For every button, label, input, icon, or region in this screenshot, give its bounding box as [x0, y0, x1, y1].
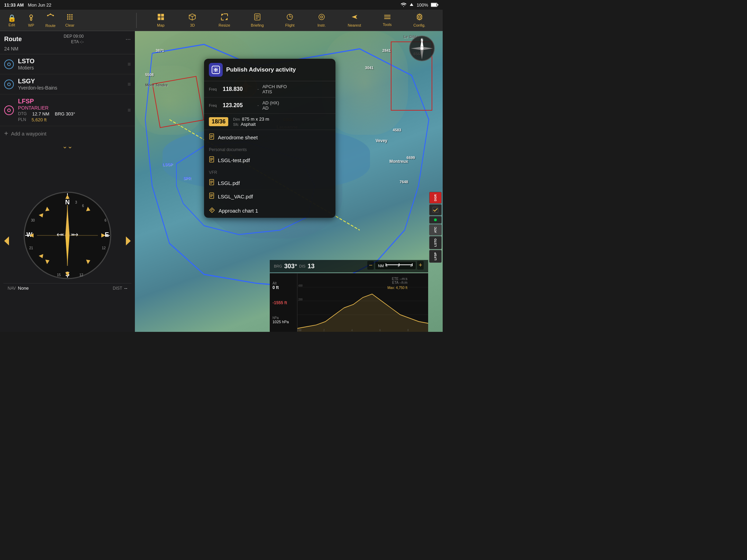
flight-button[interactable]: Flight — [281, 12, 299, 29]
wp-lsgy-name: Yverdon-les-Bains — [18, 85, 123, 91]
zoom-out-button[interactable]: − — [367, 261, 374, 270]
battery-icon — [431, 3, 439, 7]
freq2-name1: AD (HX) — [262, 100, 279, 105]
status-time: 11:33 AM — [4, 2, 24, 8]
wp-lsgy-drag[interactable]: ≡ — [128, 81, 131, 87]
brg-label: BRG — [274, 264, 282, 268]
toolbar-divider — [136, 13, 137, 28]
svg-point-36 — [418, 16, 421, 18]
svg-text:2000: 2000 — [298, 297, 303, 301]
svg-text:6: 6 — [380, 328, 381, 332]
expand-section: ⌄⌄ — [0, 141, 135, 151]
add-waypoint-button[interactable]: + Add a waypoint — [0, 126, 135, 141]
dgr-badge[interactable]: DGR — [429, 192, 442, 204]
instr-button[interactable]: Instr. — [313, 12, 331, 29]
wp-lfsp-pln-row: PLN 5,620 ft — [18, 117, 123, 122]
wp-button[interactable]: WP — [22, 12, 40, 29]
svg-text:12: 12 — [102, 246, 106, 250]
green-dot-badge[interactable] — [429, 216, 442, 224]
compass-right-arrow[interactable] — [125, 236, 132, 248]
wp-lfsp-pln: 5,620 ft — [31, 117, 46, 122]
pressure-value: 1025 hPa — [273, 320, 294, 324]
map-area[interactable]: 3871 5508 2841 3041 4583 6568 6699 7648 … — [135, 31, 443, 332]
vfr-docs-label: VFR — [204, 168, 335, 176]
lsgl-test-doc-icon — [209, 156, 214, 164]
clear-button[interactable]: Clear — [61, 12, 79, 29]
approach-chart-item[interactable]: Approach chart 1 — [204, 204, 335, 217]
instr-icon — [318, 13, 325, 22]
edit-button[interactable]: 🔒 Edit — [3, 12, 21, 28]
lsgl-test-pdf-name: LSGL-test.pdf — [218, 157, 250, 163]
waypoint-lsto[interactable]: LSTO Motiers ≡ — [0, 54, 135, 74]
map-button[interactable]: Map — [152, 12, 170, 29]
resize-button[interactable]: Resize — [215, 12, 234, 29]
config-label: Config. — [413, 23, 425, 27]
svg-text:12: 12 — [79, 273, 83, 277]
wp-lsto-name: Motiers — [18, 65, 123, 71]
waypoint-lsgy[interactable]: LSGY Yverdon-les-Bains ≡ — [0, 74, 135, 94]
freq1-names: APCH INFO ATIS — [262, 84, 287, 94]
route-distance: 24 NM — [4, 46, 18, 52]
elev-2841: 2841 — [382, 48, 391, 53]
wp-lsto-drag[interactable]: ≡ — [128, 61, 131, 67]
route-header: Route DEP 09:00 ETA -:- ··· 24 NM — [0, 31, 135, 54]
atc-badge[interactable]: ATC — [429, 224, 442, 235]
dgr-label: DGR — [434, 194, 437, 201]
lsto-badge[interactable]: LSTO — [429, 236, 442, 249]
briefing-label: Briefing — [251, 23, 264, 27]
tools-button[interactable]: Tools — [378, 12, 396, 28]
svg-text:4: 4 — [410, 264, 412, 267]
edit-icon: 🔒 — [8, 14, 16, 22]
flight-label: Flight — [285, 23, 295, 27]
3d-button[interactable]: 3D — [183, 12, 201, 29]
lsgl-test-pdf-item[interactable]: LSGL-test.pdf — [204, 153, 335, 167]
waypoint-lfsp[interactable]: LFSP PONTARLIER DTG 12.7 NM BRG 303° PLN… — [0, 94, 135, 126]
route-menu-button[interactable]: ··· — [126, 36, 131, 43]
config-button[interactable]: Config. — [410, 12, 429, 29]
zoom-in-button[interactable]: + — [417, 261, 424, 270]
svg-text:0: 0 — [386, 264, 388, 267]
scale-line: NM 0 2 4 — [375, 262, 416, 269]
svg-point-9 — [71, 14, 73, 16]
elev-5508: 5508 — [145, 73, 154, 77]
edit-label: Edit — [9, 23, 15, 27]
briefing-button[interactable]: Briefing — [247, 12, 267, 29]
svg-text:0 NM: 0 NM — [297, 328, 302, 332]
compass-area: N S W E 3 6 30 21 12 15 6 12 — [0, 151, 135, 332]
dis-value: 13 — [307, 263, 314, 270]
lfsp-badge[interactable]: LFSP — [429, 250, 442, 263]
nearest-button[interactable]: Nearest — [344, 12, 365, 29]
route-icon — [46, 13, 55, 23]
status-date: Mon Jun 22 — [28, 2, 52, 8]
route-label: Route — [45, 24, 55, 28]
svg-marker-37 — [4, 236, 9, 245]
popup-header-icon — [209, 63, 223, 77]
runway-sfc-value: Asphalt — [241, 122, 256, 127]
wp-lfsp-id: LFSP — [18, 98, 123, 105]
compass-left-arrow[interactable] — [3, 236, 10, 248]
wp-lfsp-drag[interactable]: ≡ — [128, 107, 131, 113]
dist-value: -- — [124, 286, 127, 291]
popup-personal-docs: Personal documents LSGL-test.pdf — [204, 144, 335, 167]
lsto-label: LSTO — [434, 239, 437, 247]
wp-lsto-icon — [4, 59, 14, 69]
info-popup: Publish Advisory activity Freq 118.830 -… — [204, 59, 335, 218]
atc-label: ATC — [434, 227, 437, 233]
briefing-icon — [254, 13, 261, 22]
aerodrome-sheet-item[interactable]: Aerodrome sheet — [204, 131, 335, 144]
svg-text:2: 2 — [324, 328, 325, 332]
freq2-name2: AD — [262, 105, 279, 111]
svg-rect-17 — [161, 14, 164, 17]
ete-label: ETE --m:s — [387, 277, 407, 281]
svg-point-31 — [319, 14, 324, 20]
route-button[interactable]: Route — [42, 11, 59, 29]
chevron-down-icon[interactable]: ⌄⌄ — [62, 142, 73, 150]
checkmark-icon — [432, 207, 439, 213]
checkmark-badge[interactable] — [429, 204, 442, 215]
elevation-stats: ETE --m:s ETA --h:m Max: 4,750 ft — [387, 277, 407, 290]
svg-point-10 — [67, 16, 68, 18]
svg-point-32 — [321, 16, 323, 18]
lsgl-vac-pdf-item[interactable]: LSGL_VAC.pdf — [204, 190, 335, 203]
lsgl-pdf-item[interactable]: LSGL.pdf — [204, 176, 335, 190]
green-dot-indicator — [434, 218, 437, 221]
